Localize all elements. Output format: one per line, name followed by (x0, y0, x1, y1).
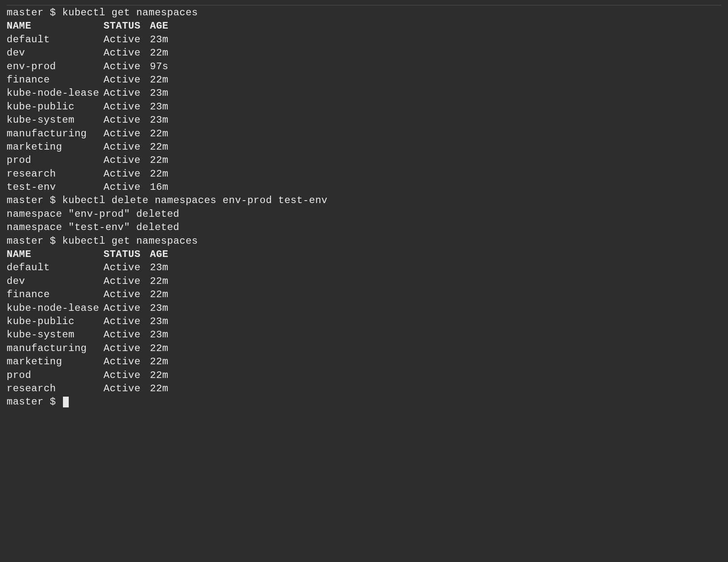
table-row: marketingActive22m (7, 355, 721, 368)
prompt-symbol: $ (50, 235, 56, 247)
cell-age: 23m (150, 302, 183, 315)
cell-age: 22m (150, 127, 183, 140)
table-header: NAMESTATUSAGE (7, 19, 721, 33)
cell-status: Active (104, 315, 150, 328)
cell-status: Active (104, 275, 150, 288)
cell-age: 23m (150, 114, 183, 127)
command-line-3: master $ kubectl get namespaces (7, 235, 721, 248)
table-row: kube-systemActive23m (7, 328, 721, 342)
cell-age: 16m (150, 181, 183, 194)
prompt-symbol: $ (50, 7, 56, 18)
cell-age: 23m (150, 100, 183, 114)
table-row: kube-publicActive23m (7, 315, 721, 328)
table-row: devActive22m (7, 275, 721, 288)
cell-age: 22m (150, 167, 183, 181)
cell-age: 23m (150, 328, 183, 342)
cell-age: 23m (150, 315, 183, 328)
cell-name: prod (7, 154, 104, 167)
table-row: researchActive22m (7, 167, 721, 181)
header-status: STATUS (104, 248, 150, 261)
table-row: defaultActive23m (7, 261, 721, 274)
cell-name: research (7, 167, 104, 181)
cell-name: kube-public (7, 100, 104, 114)
cell-status: Active (104, 261, 150, 274)
cell-name: kube-system (7, 114, 104, 127)
cell-name: research (7, 382, 104, 395)
cell-status: Active (104, 167, 150, 181)
cell-age: 97s (150, 60, 183, 73)
table-row: manufacturingActive22m (7, 342, 721, 355)
table-row: kube-systemActive23m (7, 114, 721, 127)
command-text: kubectl get namespaces (62, 7, 198, 18)
table-2-body: defaultActive23m devActive22m financeAct… (7, 261, 721, 395)
cell-name: kube-node-lease (7, 87, 104, 100)
table-row: financeActive22m (7, 73, 721, 87)
cell-status: Active (104, 127, 150, 140)
cell-name: prod (7, 369, 104, 382)
cell-name: finance (7, 73, 104, 87)
table-row: kube-publicActive23m (7, 100, 721, 114)
cell-status: Active (104, 302, 150, 315)
cell-status: Active (104, 355, 150, 368)
cell-name: kube-public (7, 315, 104, 328)
cell-status: Active (104, 181, 150, 194)
terminal-top-border (7, 5, 721, 5)
table-row: manufacturingActive22m (7, 127, 721, 140)
cell-status: Active (104, 60, 150, 73)
header-age: AGE (150, 248, 183, 261)
prompt-host: master (7, 396, 43, 407)
prompt-host: master (7, 235, 43, 247)
cell-name: marketing (7, 140, 104, 154)
cell-age: 22m (150, 46, 183, 60)
header-status: STATUS (104, 19, 150, 33)
table-1-body: defaultActive23m devActive22m env-prodAc… (7, 33, 721, 194)
cell-age: 22m (150, 288, 183, 301)
cell-name: manufacturing (7, 342, 104, 355)
cell-age: 22m (150, 369, 183, 382)
delete-output-1: namespace "env-prod" deleted (7, 208, 721, 221)
table-row: researchActive22m (7, 382, 721, 395)
table-row: test-envActive16m (7, 181, 721, 194)
command-line-1: master $ kubectl get namespaces (7, 6, 721, 19)
table-row: devActive22m (7, 46, 721, 60)
table-row: defaultActive23m (7, 33, 721, 46)
cell-name: marketing (7, 355, 104, 368)
table-row: env-prodActive97s (7, 60, 721, 73)
cell-age: 22m (150, 73, 183, 87)
delete-output-2: namespace "test-env" deleted (7, 221, 721, 234)
table-row: prodActive22m (7, 154, 721, 167)
cell-age: 23m (150, 87, 183, 100)
cell-status: Active (104, 100, 150, 114)
cell-status: Active (104, 114, 150, 127)
cell-name: kube-system (7, 328, 104, 342)
table-row: prodActive22m (7, 369, 721, 382)
cell-status: Active (104, 328, 150, 342)
prompt-symbol: $ (50, 195, 56, 206)
cell-status: Active (104, 288, 150, 301)
cell-status: Active (104, 140, 150, 154)
cell-age: 22m (150, 154, 183, 167)
active-prompt-line[interactable]: master $ (7, 395, 721, 409)
header-name: NAME (7, 19, 104, 33)
prompt-symbol: $ (50, 396, 56, 407)
header-age: AGE (150, 19, 183, 33)
cursor-icon (63, 397, 69, 407)
cell-name: dev (7, 46, 104, 60)
cell-age: 22m (150, 355, 183, 368)
cell-age: 23m (150, 261, 183, 274)
header-name: NAME (7, 248, 104, 261)
cell-name: manufacturing (7, 127, 104, 140)
table-row: financeActive22m (7, 288, 721, 301)
cell-age: 22m (150, 342, 183, 355)
cell-name: default (7, 261, 104, 274)
cell-name: finance (7, 288, 104, 301)
command-text: kubectl get namespaces (62, 235, 198, 247)
table-header: NAMESTATUSAGE (7, 248, 721, 261)
terminal-content[interactable]: master $ kubectl get namespaces NAMESTAT… (7, 6, 721, 409)
cell-status: Active (104, 87, 150, 100)
command-line-2: master $ kubectl delete namespaces env-p… (7, 194, 721, 207)
cell-name: test-env (7, 181, 104, 194)
table-row: kube-node-leaseActive23m (7, 302, 721, 315)
table-row: marketingActive22m (7, 140, 721, 154)
cell-status: Active (104, 46, 150, 60)
